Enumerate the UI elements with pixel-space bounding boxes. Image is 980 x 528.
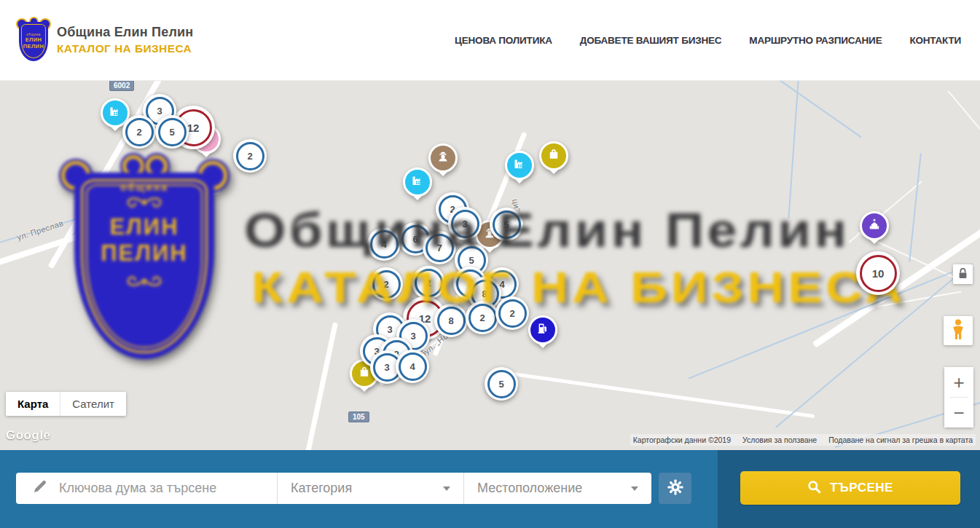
cluster-count: 10	[872, 267, 885, 280]
map-waterway	[788, 80, 799, 218]
crest-flourish	[115, 194, 173, 213]
cluster-count: 2	[479, 312, 485, 323]
settings-button[interactable]	[659, 473, 691, 504]
padlock-icon	[957, 267, 968, 282]
lock-button[interactable]	[953, 264, 973, 284]
map-cluster-marker[interactable]: 2	[233, 139, 267, 173]
crest-name-line2: ПЕЛИН	[23, 44, 44, 50]
road-number-badge: 6002	[109, 80, 134, 91]
site-subtitle: КАТАЛОГ НА БИЗНЕСА	[57, 42, 193, 55]
municipality-crest-logo: община ЕЛИН ПЕЛИН	[17, 19, 50, 61]
street-view-pegman-button[interactable]	[944, 316, 973, 345]
report-map-error-link[interactable]: Подаване на сигнал за грешка в картата	[828, 436, 973, 444]
map-cluster-marker[interactable]: 2	[122, 115, 156, 149]
site-title: Община Елин Пелин	[57, 25, 193, 40]
filter-box: Категория Местоположение	[16, 473, 651, 504]
map-pin-factory[interactable]	[403, 168, 432, 207]
cluster-count: 4	[409, 361, 415, 372]
factory-icon	[410, 173, 425, 191]
map-road	[948, 90, 980, 158]
map-waterway	[742, 80, 862, 138]
map-pin-factory[interactable]	[505, 151, 534, 190]
map-pin-fuel[interactable]	[528, 315, 557, 355]
map-type-control: Карта Сателит	[6, 392, 126, 416]
zoom-control: + −	[944, 367, 973, 427]
gear-icon	[667, 479, 683, 497]
terms-of-use-link[interactable]: Условия за ползване	[742, 436, 817, 444]
search-button[interactable]: ТЪРСЕНЕ	[740, 471, 960, 505]
map-road	[511, 372, 815, 418]
bag-icon	[357, 365, 372, 382]
bag-icon	[546, 147, 561, 165]
map-waterway	[909, 153, 922, 261]
map-pin-bag[interactable]	[539, 141, 568, 181]
church-icon	[867, 217, 882, 235]
map-cluster-marker[interactable]: 5	[155, 115, 189, 149]
map-pin-church[interactable]	[860, 211, 889, 251]
nav-item[interactable]: МАРШРУТНО РАЗПИСАНИЕ	[749, 35, 882, 46]
factory-icon	[512, 157, 527, 174]
keyword-search-input[interactable]	[58, 480, 250, 497]
pencil-icon	[32, 479, 47, 497]
cluster-count: 8	[448, 315, 453, 326]
factory-icon	[108, 104, 122, 122]
category-dropdown[interactable]: Категория	[277, 473, 463, 504]
map-cluster-marker[interactable]: 5	[485, 367, 518, 401]
location-dropdown-value: Местоположение	[477, 481, 582, 496]
cluster-count: 3	[384, 362, 389, 373]
crest-top-text: община	[120, 181, 168, 193]
crest-name-line1: ЕЛИН	[26, 37, 42, 43]
cluster-count: 2	[247, 151, 252, 162]
cluster-count: 2	[136, 127, 141, 138]
keyword-field	[16, 473, 277, 504]
header: община ЕЛИН ПЕЛИН Община Елин Пелин КАТА…	[0, 0, 980, 81]
map-type-satellite-button[interactable]: Сателит	[60, 392, 126, 416]
worker-icon	[436, 149, 450, 167]
cluster-count: 3	[410, 331, 415, 342]
map-attribution: Картографски данни ©2019 Условия за полз…	[630, 434, 976, 446]
cluster-count: 5	[169, 127, 174, 138]
nav-item[interactable]: ДОБАВЕТЕ ВАШИЯТ БИЗНЕС	[580, 35, 722, 46]
caret-down-icon	[443, 486, 450, 491]
pegman-icon	[950, 319, 966, 343]
crest-name-line2: ПЕЛИН	[101, 241, 187, 266]
site-logo[interactable]: община ЕЛИН ПЕЛИН Община Елин Пелин КАТА…	[17, 19, 193, 61]
map-cluster-marker[interactable]: 10	[856, 251, 900, 295]
nav-item[interactable]: КОНТАКТИ	[909, 35, 961, 46]
map-type-map-button[interactable]: Карта	[6, 392, 60, 416]
magnifier-icon	[807, 480, 821, 496]
category-dropdown-value: Категория	[291, 481, 352, 496]
nav-item[interactable]: ЦЕНОВА ПОЛИТИКА	[455, 35, 552, 46]
google-logo[interactable]: Google	[6, 428, 51, 443]
main-nav: ЦЕНОВА ПОЛИТИКАДОБАВЕТЕ ВАШИЯТ БИЗНЕСМАР…	[455, 0, 961, 80]
street-label: ул. Преслав	[16, 218, 65, 242]
map-road	[294, 322, 338, 450]
zoom-out-button[interactable]: −	[944, 398, 973, 427]
map-cluster-marker[interactable]: 4	[396, 350, 429, 383]
watermark-crest: община ЕЛИН ПЕЛИН	[60, 157, 229, 360]
watermark-subtitle: КАТАЛОГ НА БИЗНЕСА	[251, 262, 906, 312]
cluster-count: 3	[157, 106, 162, 117]
cluster-count: 12	[187, 122, 200, 134]
map-data-copyright: Картографски данни ©2019	[633, 436, 731, 444]
cluster-count: 5	[498, 379, 503, 390]
crest-name-line1: ЕЛИН	[109, 215, 179, 240]
search-button-label: ТЪРСЕНЕ	[830, 481, 893, 495]
caret-down-icon	[631, 486, 638, 491]
location-dropdown[interactable]: Местоположение	[463, 473, 651, 504]
map-canvas[interactable]: ул. Преславбул. „Новоселци" 6002105	[0, 80, 980, 450]
search-bar: Категория Местоположение ТЪРСЕНЕ	[0, 450, 980, 528]
cluster-count: 3	[387, 324, 392, 335]
fuel-icon	[536, 321, 550, 339]
map-pin-worker[interactable]	[428, 143, 458, 183]
watermark-title: Община Елин Пелин	[244, 202, 850, 258]
crest-flourish	[115, 272, 173, 291]
road-number-badge: 105	[348, 411, 369, 422]
zoom-in-button[interactable]: +	[944, 367, 973, 397]
